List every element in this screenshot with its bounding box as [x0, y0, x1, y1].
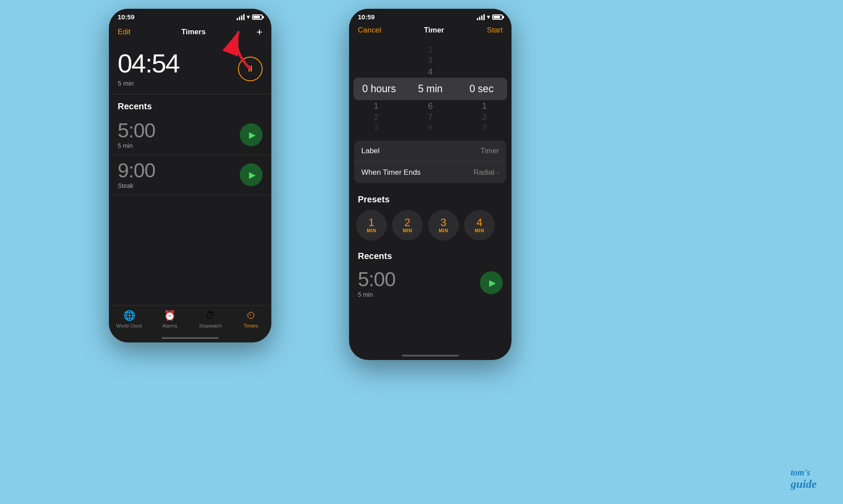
- picker-hours-selected: 0 hours: [353, 83, 405, 95]
- play-icon-2: ▶: [249, 169, 256, 180]
- tab-world-clock-label: World Clock: [116, 323, 142, 328]
- tab-timers[interactable]: ⏲ Timers: [231, 310, 272, 328]
- picker-below-val: 3: [349, 124, 403, 132]
- tab-alarms-label: Alarms: [162, 323, 177, 328]
- picker-below-val: 2: [349, 113, 403, 122]
- battery-icon: [252, 14, 263, 20]
- picker-below-val: 7: [403, 113, 457, 122]
- toms-text: tom's: [791, 468, 817, 478]
- play-timer-2-button[interactable]: ▶: [240, 163, 263, 186]
- recent-timer-1: 5:00 5 min ▶: [109, 115, 271, 155]
- left-phone: 10:59 ▾ Edit Timers + 04:54 5 min ⏸: [109, 9, 271, 342]
- cancel-button[interactable]: Cancel: [358, 26, 381, 35]
- preset-4min[interactable]: 4 MIN: [464, 210, 495, 241]
- picker-selected-row[interactable]: 0 hours 5 min 0 sec: [353, 78, 507, 100]
- active-timer-info: 04:54 5 min: [118, 50, 179, 87]
- guide-text: guide: [791, 478, 817, 491]
- timers-icon: ⏲: [246, 310, 256, 321]
- when-timer-ends-value: Radial ›: [473, 168, 499, 177]
- recent-timer-2: 9:00 Steak ▶: [109, 155, 271, 195]
- preset-2-unit: MIN: [403, 228, 412, 233]
- chevron-icon: ›: [497, 169, 499, 176]
- picker-above-3: 2: [349, 45, 512, 55]
- right-status-icons: ▾: [477, 14, 503, 20]
- tab-stopwatch[interactable]: ⏱ Stopwatch: [190, 310, 231, 328]
- home-indicator-left: [162, 337, 219, 339]
- label-row-value: Timer: [480, 147, 499, 155]
- recent-timer-1-time: 5:00: [118, 120, 155, 140]
- play-icon-1: ▶: [249, 130, 256, 140]
- recent-timer-1-label: 5 min: [118, 142, 155, 149]
- picker-dim-val: [349, 67, 403, 77]
- recents-header: Recents: [109, 94, 271, 115]
- alarms-icon: ⏰: [164, 310, 176, 321]
- picker-dim-val: 4: [403, 67, 457, 77]
- picker-below-1: 1 6 1: [349, 100, 512, 112]
- tab-world-clock[interactable]: 🌐 World Clock: [109, 310, 150, 328]
- preset-4-num: 4: [476, 217, 482, 228]
- picker-below-val: 6: [403, 101, 457, 111]
- picker-above-2: 3: [349, 55, 512, 66]
- tab-timers-label: Timers: [244, 323, 258, 328]
- left-time: 10:59: [118, 13, 134, 21]
- when-timer-ends-label: When Timer Ends: [361, 168, 421, 177]
- right-recent-timer-1: 5:00 5 min ▶: [349, 264, 512, 302]
- preset-1-unit: MIN: [367, 228, 376, 233]
- right-recent-1-label: 5 min: [358, 291, 396, 298]
- picker-dim-val: [349, 56, 403, 65]
- picker-below-val: 8: [403, 124, 457, 132]
- right-play-icon: ▶: [489, 277, 496, 288]
- preset-1-num: 1: [368, 217, 374, 228]
- start-button[interactable]: Start: [487, 26, 503, 35]
- right-recent-1-time: 5:00: [358, 267, 396, 291]
- left-status-icons: ▾: [237, 14, 263, 20]
- wifi-icon: ▾: [247, 14, 250, 20]
- picker-below-val: 1: [458, 101, 512, 111]
- preset-3min[interactable]: 3 MIN: [428, 210, 459, 241]
- picker-below-val: 1: [349, 101, 403, 111]
- right-phone: 10:59 ▾ Cancel Timer Start 2: [349, 9, 512, 360]
- picker-min-selected: 5 min: [405, 83, 456, 95]
- picker-below-val: 2: [458, 113, 512, 122]
- world-clock-icon: 🌐: [123, 310, 135, 321]
- right-nav-title: Timer: [424, 26, 444, 35]
- picker-sec-selected: 0 sec: [456, 83, 507, 95]
- tab-alarms[interactable]: ⏰ Alarms: [150, 310, 191, 328]
- signal-icon: [237, 14, 245, 20]
- right-recents-header: Recents: [349, 246, 512, 264]
- picker-below-3: 3 8 3: [349, 123, 512, 133]
- red-arrow-annotation: [201, 35, 245, 83]
- preset-3-unit: MIN: [439, 228, 448, 233]
- label-row[interactable]: Label Timer: [354, 140, 506, 162]
- picker-below-2: 2 7 2: [349, 112, 512, 123]
- right-status-bar: 10:59 ▾: [349, 9, 512, 22]
- right-play-button[interactable]: ▶: [480, 271, 503, 294]
- timer-picker[interactable]: 2 3 4 0 hours 5 min 0 sec 1 6 1 2 7 2: [349, 42, 512, 136]
- left-status-bar: 10:59 ▾: [109, 9, 271, 22]
- presets-row: 1 MIN 2 MIN 3 MIN 4 MIN: [349, 208, 512, 246]
- picker-dim-val: [458, 46, 512, 54]
- toms-guide-watermark: tom's guide: [791, 468, 817, 491]
- right-signal-icon: [477, 14, 485, 20]
- preset-1min[interactable]: 1 MIN: [356, 210, 387, 241]
- edit-button[interactable]: Edit: [118, 28, 130, 36]
- right-time: 10:59: [358, 13, 375, 21]
- presets-header: Presets: [349, 187, 512, 208]
- picker-dim-val: [349, 46, 403, 54]
- picker-dim-val: [458, 56, 512, 65]
- when-timer-ends-row[interactable]: When Timer Ends Radial ›: [354, 162, 506, 183]
- active-timer-label: 5 min: [118, 79, 179, 87]
- preset-4-unit: MIN: [475, 228, 484, 233]
- picker-dim-val: [458, 67, 512, 77]
- picker-dim-val: 2: [403, 46, 457, 54]
- stopwatch-icon: ⏱: [205, 310, 215, 321]
- preset-2min[interactable]: 2 MIN: [392, 210, 423, 241]
- preset-2-num: 2: [404, 217, 410, 228]
- play-timer-1-button[interactable]: ▶: [240, 123, 263, 146]
- right-battery-icon: [492, 14, 503, 20]
- picker-above-1: 4: [349, 66, 512, 78]
- active-timer-time: 04:54: [118, 50, 179, 77]
- tab-stopwatch-label: Stopwatch: [199, 323, 222, 328]
- timer-settings-section: Label Timer When Timer Ends Radial ›: [354, 140, 506, 183]
- right-wifi-icon: ▾: [487, 14, 490, 20]
